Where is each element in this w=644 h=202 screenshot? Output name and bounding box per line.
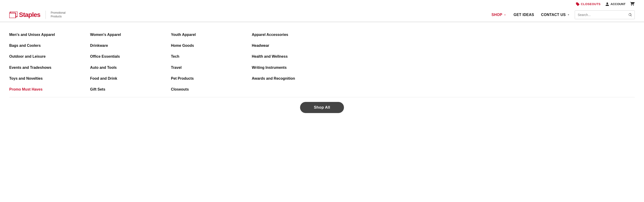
dropdown-col-col1: Men's and Unisex ApparelBags and Coolers… <box>9 29 90 95</box>
dropdown-link-health-wellness[interactable]: Health and Wellness <box>252 51 333 62</box>
dropdown-link-tech[interactable]: Tech <box>171 51 252 62</box>
dropdown-link-travel[interactable]: Travel <box>171 62 252 73</box>
dropdown-link-womens-apparel[interactable]: Women's Apparel <box>90 29 171 40</box>
dropdown-link-promo-must-haves[interactable]: Promo Must Haves <box>9 84 90 95</box>
shop-all-area: Shop All <box>9 97 635 120</box>
search-box <box>575 11 635 19</box>
logo-divider <box>46 11 46 19</box>
logo-area[interactable]: Staples Promotional Products <box>9 11 66 19</box>
header: Staples Promotional Products SHOP GET ID… <box>0 8 644 22</box>
dropdown-col-col4: Apparel AccessoriesHeadwearHealth and We… <box>252 29 333 95</box>
dropdown-grid: Men's and Unisex ApparelBags and Coolers… <box>9 29 333 95</box>
search-icon <box>628 13 632 17</box>
closeouts-button[interactable]: CLOSEOUTS <box>576 2 600 6</box>
search-input[interactable] <box>575 11 626 19</box>
dropdown-link-pet-products[interactable]: Pet Products <box>171 73 252 84</box>
chevron-up-icon <box>503 13 506 17</box>
cart-icon <box>630 2 635 6</box>
staples-logo[interactable]: Staples <box>9 11 40 19</box>
chevron-down-icon <box>567 13 570 17</box>
dropdown-col-col3: Youth ApparelHome GoodsTechTravelPet Pro… <box>171 29 252 95</box>
logo-brand-name: Staples <box>19 11 40 19</box>
dropdown-link-closeouts[interactable]: Closeouts <box>171 84 252 95</box>
dropdown-col-col2: Women's ApparelDrinkwareOffice Essential… <box>90 29 171 95</box>
dropdown-link-writing-instruments[interactable]: Writing Instruments <box>252 62 333 73</box>
main-nav: SHOP GET IDEAS CONTACT US <box>492 13 570 17</box>
dropdown-link-youth-apparel[interactable]: Youth Apparel <box>171 29 252 40</box>
dropdown-link-drinkware[interactable]: Drinkware <box>90 40 171 51</box>
tag-icon <box>576 2 580 6</box>
dropdown-link-headwear[interactable]: Headwear <box>252 40 333 51</box>
staples-logo-icon <box>9 12 18 18</box>
svg-rect-0 <box>9 13 16 18</box>
logo-subtitle: Promotional Products <box>51 11 66 18</box>
dropdown-link-outdoor-leisure[interactable]: Outdoor and Leisure <box>9 51 90 62</box>
dropdown-link-office-essentials[interactable]: Office Essentials <box>90 51 171 62</box>
person-icon <box>605 2 609 6</box>
search-button[interactable] <box>626 13 634 17</box>
dropdown-link-toys-novelties[interactable]: Toys and Novelties <box>9 73 90 84</box>
nav-item-shop[interactable]: SHOP <box>492 13 507 17</box>
dropdown-menu: Men's and Unisex ApparelBags and Coolers… <box>0 22 644 125</box>
shop-all-button[interactable]: Shop All <box>300 102 344 113</box>
dropdown-link-gift-sets[interactable]: Gift Sets <box>90 84 171 95</box>
cart-button[interactable] <box>630 2 635 7</box>
top-bar: CLOSEOUTS ACCOUNT <box>0 0 644 8</box>
dropdown-link-mens-unisex-apparel[interactable]: Men's and Unisex Apparel <box>9 29 90 40</box>
dropdown-link-food-drink[interactable]: Food and Drink <box>90 73 171 84</box>
dropdown-link-awards-recognition[interactable]: Awards and Recognition <box>252 73 333 84</box>
dropdown-link-auto-tools[interactable]: Auto and Tools <box>90 62 171 73</box>
nav-item-get-ideas[interactable]: GET IDEAS <box>514 13 534 17</box>
nav-item-contact-us[interactable]: CONTACT US <box>541 13 570 17</box>
dropdown-link-home-goods[interactable]: Home Goods <box>171 40 252 51</box>
dropdown-link-apparel-accessories[interactable]: Apparel Accessories <box>252 29 333 40</box>
account-button[interactable]: ACCOUNT <box>605 2 626 6</box>
dropdown-link-events-tradeshows[interactable]: Events and Tradeshows <box>9 62 90 73</box>
dropdown-link-bags-coolers[interactable]: Bags and Coolers <box>9 40 90 51</box>
